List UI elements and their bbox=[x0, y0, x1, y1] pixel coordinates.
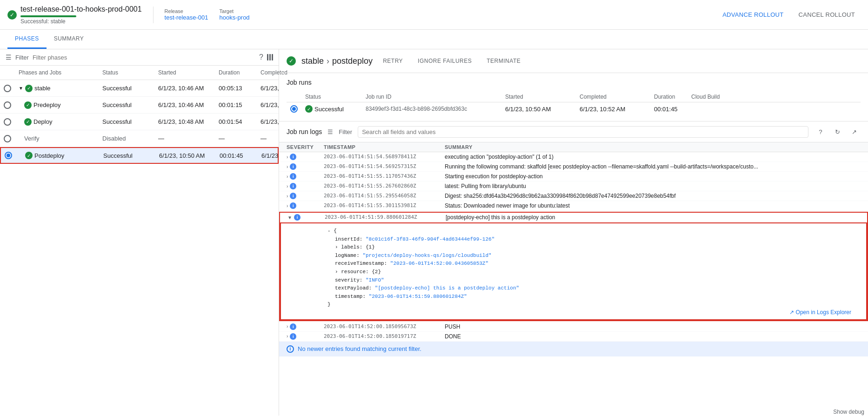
timestamp-2: 2023-06-01T14:51:54.569257315Z bbox=[324, 163, 445, 169]
radio-verify[interactable] bbox=[4, 135, 11, 142]
release-meta: Release test-release-001 bbox=[165, 8, 208, 21]
phase-name-verify: Verify bbox=[15, 135, 99, 142]
log-row: › i 2023-06-01T14:51:54.568978411Z execu… bbox=[279, 152, 868, 162]
check-deploy: ✓ bbox=[24, 118, 32, 126]
severity-6: › i bbox=[287, 202, 324, 209]
json-receiveTimestamp: receiveTimestamp: "2023-06-01T14:52:00.0… bbox=[327, 260, 859, 268]
column-toggle[interactable] bbox=[267, 54, 273, 61]
terminate-button[interactable]: TERMINATE bbox=[482, 55, 525, 67]
advance-rollout-button[interactable]: ADVANCE ROLLOUT bbox=[717, 8, 789, 21]
cancel-rollout-button[interactable]: CANCEL ROLLOUT bbox=[793, 8, 861, 21]
table-row[interactable]: ✓ Predeploy Successful 6/1/23, 10:46 AM … bbox=[0, 97, 279, 114]
target-label: Target bbox=[220, 8, 250, 14]
breadcrumb: stable › postdeploy bbox=[301, 56, 373, 66]
log-filter-input[interactable] bbox=[358, 126, 808, 138]
status-stable: Successful bbox=[99, 85, 154, 92]
row-radio-postdeploy[interactable] bbox=[1, 152, 16, 159]
timestamp-6: 2023-06-01T14:51:55.301153981Z bbox=[324, 202, 445, 208]
ignore-failures-button[interactable]: IGNORE FAILURES bbox=[413, 55, 476, 67]
started-predeploy: 6/1/23, 10:46 AM bbox=[154, 101, 215, 108]
log-filter-icon: ☰ bbox=[327, 128, 333, 135]
chevron-icon[interactable]: ▼ bbox=[287, 215, 292, 220]
log-icons: ? ↻ ↗ bbox=[814, 125, 861, 138]
job-run-id: 83499ef3-f3d1-48c3-b898-2695dbfd363c bbox=[362, 106, 501, 112]
table-body: ▼ ✓ stable Successful 6/1/23, 10:46 AM 0… bbox=[0, 80, 279, 416]
job-table-row[interactable]: ✓ Successful 83499ef3-f3d1-48c3-b898-269… bbox=[287, 102, 861, 115]
job-radio[interactable] bbox=[290, 105, 298, 113]
chevron-icon[interactable]: › bbox=[287, 334, 288, 339]
chevron-icon[interactable]: › bbox=[287, 164, 288, 169]
row-radio-deploy[interactable] bbox=[0, 118, 15, 126]
json-severity: severity: "INFO" bbox=[327, 276, 859, 285]
job-runs-title: Job runs bbox=[287, 79, 861, 86]
row-radio-predeploy[interactable] bbox=[0, 101, 15, 109]
filter-input[interactable] bbox=[33, 54, 255, 61]
severity-7: ▼ i bbox=[287, 214, 325, 221]
job-col-duration: Duration bbox=[650, 94, 688, 100]
duration-predeploy: 00:01:15 bbox=[215, 101, 257, 108]
log-help-icon[interactable]: ? bbox=[814, 125, 827, 138]
table-row[interactable]: ✓ Deploy Successful 6/1/23, 10:48 AM 00:… bbox=[0, 114, 279, 130]
expand-stable[interactable]: ▼ bbox=[19, 86, 23, 91]
log-row: › i 2023-06-01T14:51:55.295546058Z Diges… bbox=[279, 191, 868, 201]
chevron-icon[interactable]: › bbox=[287, 324, 288, 329]
phase-name-predeploy: ✓ Predeploy bbox=[15, 101, 99, 109]
radio-predeploy[interactable] bbox=[4, 101, 11, 109]
main-layout: ☰ Filter ? Phases and Jobs Status Starte… bbox=[0, 49, 868, 416]
json-timestamp: timestamp: "2023-06-01T14:51:59.88060128… bbox=[327, 293, 859, 301]
release-check-icon: ✓ bbox=[7, 10, 17, 20]
tabs-bar: PHASES SUMMARY bbox=[0, 30, 868, 49]
radio-deploy[interactable] bbox=[4, 118, 11, 126]
action-buttons: ADVANCE ROLLOUT CANCEL ROLLOUT bbox=[717, 8, 861, 21]
log-row-expanded: ▼ i 2023-06-01T14:51:59.880601284Z [post… bbox=[279, 212, 868, 321]
chevron-icon[interactable]: › bbox=[287, 203, 288, 208]
duration-verify: — bbox=[215, 135, 257, 142]
info-badge: i bbox=[290, 323, 296, 330]
chevron-icon[interactable]: › bbox=[287, 155, 288, 160]
summary-3: Starting execution for postdeploy-action bbox=[445, 173, 861, 180]
top-header: ✓ test-release-001-to-hooks-prod-0001 Su… bbox=[0, 0, 868, 30]
col-duration: Duration bbox=[215, 69, 257, 76]
completed-postdeploy: 6/1/23, 10:52 AM bbox=[258, 152, 279, 159]
tab-summary[interactable]: SUMMARY bbox=[47, 30, 92, 49]
json-expanded-block: - { insertId: "8c01c16f-3f83-46f9-904f-4… bbox=[280, 222, 867, 320]
retry-button[interactable]: RETRY bbox=[378, 55, 407, 67]
help-icon[interactable]: ? bbox=[259, 53, 263, 61]
open-logs-explorer-button[interactable]: ↗ Open in Logs Explorer bbox=[789, 309, 851, 316]
info-badge: i bbox=[290, 163, 296, 170]
table-row[interactable]: Verify Disabled — — — bbox=[0, 130, 279, 147]
row-radio-stable[interactable] bbox=[0, 85, 15, 92]
summary-5: Digest: sha256:dfd64a3b4296d8c9b62aa3309… bbox=[445, 193, 861, 199]
filter-text: Filter bbox=[339, 128, 352, 135]
table-row-postdeploy[interactable]: ✓ Postdeploy Successful 6/1/23, 10:50 AM… bbox=[0, 147, 279, 164]
chevron-icon[interactable]: › bbox=[287, 194, 288, 199]
json-textpayload: textPayload: "[postdeploy-echo] this is … bbox=[327, 284, 859, 293]
target-link[interactable]: hooks-prod bbox=[220, 14, 250, 21]
breadcrumb-separator: › bbox=[327, 56, 329, 66]
completed-verify: — bbox=[257, 135, 279, 142]
release-label: Release bbox=[165, 8, 208, 14]
chevron-icon[interactable]: › bbox=[287, 184, 288, 189]
phase-name-deploy: ✓ Deploy bbox=[15, 118, 99, 126]
duration-stable: 00:05:13 bbox=[215, 85, 257, 92]
release-info: ✓ test-release-001-to-hooks-prod-0001 Su… bbox=[7, 5, 142, 25]
table-row[interactable]: ▼ ✓ stable Successful 6/1/23, 10:46 AM 0… bbox=[0, 80, 279, 97]
tab-phases[interactable]: PHASES bbox=[7, 30, 47, 49]
log-row: › i 2023-06-01T14:52:00.185095673Z PUSH bbox=[279, 322, 868, 332]
info-badge: i bbox=[294, 214, 300, 221]
show-debug-button[interactable]: Show debug bbox=[829, 407, 868, 416]
summary-2: Running the following command: skaffold … bbox=[445, 163, 861, 170]
release-link[interactable]: test-release-001 bbox=[165, 14, 208, 21]
filter-label: Filter bbox=[15, 54, 29, 61]
job-radio-cell[interactable] bbox=[287, 105, 301, 113]
timestamp-4: 2023-06-01T14:51:55.267602860Z bbox=[324, 183, 445, 189]
radio-stable[interactable] bbox=[4, 85, 11, 92]
job-col-status: Status bbox=[301, 94, 362, 100]
radio-postdeploy[interactable] bbox=[5, 152, 12, 159]
log-refresh-icon[interactable]: ↻ bbox=[831, 125, 844, 138]
log-external-icon[interactable]: ↗ bbox=[848, 125, 861, 138]
chevron-icon[interactable]: › bbox=[287, 174, 288, 179]
release-title: test-release-001-to-hooks-prod-0001 bbox=[20, 5, 142, 13]
row-radio-verify[interactable] bbox=[0, 135, 15, 142]
summary-7: [postdeploy-echo] this is a postdeploy a… bbox=[446, 214, 860, 221]
